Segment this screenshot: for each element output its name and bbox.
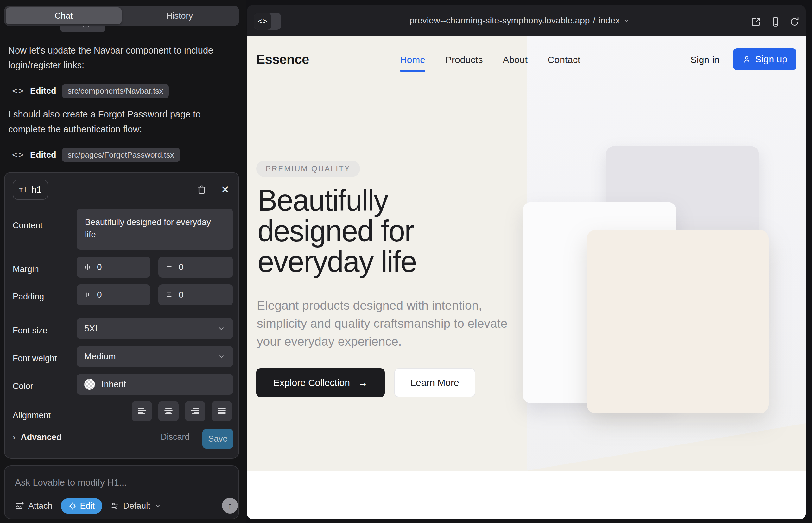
learn-more-button[interactable]: Learn More (394, 368, 475, 397)
nav-about[interactable]: About (502, 54, 527, 65)
color-select[interactable]: Inherit (77, 374, 233, 395)
tab-chat[interactable]: Chat (6, 7, 122, 24)
font-size-select[interactable]: 5XL (77, 318, 233, 339)
align-center-button[interactable] (158, 401, 179, 421)
close-editor-button[interactable]: ✕ (217, 181, 233, 198)
site-nav: Home Products About Contact (400, 54, 580, 65)
advanced-label: Advanced (21, 432, 61, 442)
file-pill[interactable]: src/components/Navbar.tsx (62, 84, 169, 98)
hero-heading[interactable]: Beautifully designed for everyday life (258, 185, 486, 277)
align-left-button[interactable] (132, 401, 152, 421)
cta-primary-label: Explore Collection (273, 377, 350, 388)
code-icon: <> (254, 13, 271, 30)
edit-label: Edit (80, 501, 95, 511)
delete-element-button[interactable] (194, 181, 210, 198)
margin-horizontal-icon (83, 263, 92, 272)
preview-page: index (599, 16, 620, 26)
align-left-icon (137, 406, 147, 417)
text-type-icon: тT (19, 185, 28, 194)
assistant-message: Now let's update the Navbar component to… (8, 43, 227, 73)
selected-element-outline[interactable]: Beautifully designed for everyday life (254, 184, 525, 281)
color-label: Color (13, 381, 33, 391)
hero-badge: PREMIUM QUALITY (256, 161, 360, 177)
padding-y-input[interactable]: 0 (158, 284, 233, 305)
content-input[interactable]: Beautifully designed for everyday life (77, 209, 233, 250)
save-button[interactable]: Save (202, 429, 233, 449)
color-value: Inherit (101, 379, 126, 390)
font-size-value: 5XL (84, 324, 100, 334)
margin-x-value: 0 (97, 262, 102, 272)
sign-up-button[interactable]: Sign up (733, 49, 796, 70)
site-section-below-hero (247, 471, 806, 519)
chevron-down-icon (217, 325, 226, 333)
hero-description: Elegant products designed with intention… (257, 296, 509, 350)
trash-icon (197, 184, 207, 195)
refresh-button[interactable] (789, 16, 800, 27)
font-size-label: Font size (13, 326, 48, 336)
chevron-down-icon (154, 502, 161, 509)
align-right-icon (190, 406, 200, 417)
external-link-icon (751, 16, 761, 27)
code-icon: <> (12, 86, 24, 96)
tab-history[interactable]: History (122, 7, 237, 24)
font-weight-value: Medium (84, 351, 116, 362)
font-weight-select[interactable]: Medium (77, 346, 233, 367)
decorative-card-cream (587, 230, 769, 413)
preview-toolbar: <> preview--charming-site-symphony.lovab… (247, 5, 806, 36)
model-mode-button[interactable]: Default (110, 501, 161, 511)
target-icon (68, 502, 77, 510)
padding-y-value: 0 (179, 290, 184, 300)
attach-label: Attach (28, 501, 53, 511)
code-view-toggle[interactable]: <> (254, 13, 281, 30)
margin-y-input[interactable]: 0 (158, 257, 233, 278)
align-center-icon (163, 406, 174, 417)
chat-history-tabs: Chat History (4, 6, 239, 26)
padding-vertical-icon (165, 290, 174, 299)
align-justify-button[interactable] (212, 401, 232, 421)
align-right-button[interactable] (185, 401, 205, 421)
mode-label: Default (123, 501, 151, 511)
chat-sidebar: Chat History Now let's update the Navbar… (0, 0, 246, 523)
padding-horizontal-icon (83, 290, 92, 299)
selected-element-tag[interactable]: тT h1 (13, 180, 48, 200)
assistant-message: I should also create a Forgot Password p… (8, 107, 227, 137)
content-label: Content (13, 221, 43, 231)
mobile-view-button[interactable] (770, 16, 781, 27)
file-pill[interactable]: src/pages/ForgotPassword.tsx (62, 148, 180, 162)
lovable-editor-window: Chat History Now let's update the Navbar… (0, 0, 812, 523)
nav-contact[interactable]: Contact (548, 54, 580, 65)
composer-toolbar: Attach Edit Default (15, 498, 161, 514)
font-weight-label: Font weight (13, 354, 57, 363)
site-logo[interactable]: Essence (256, 52, 309, 67)
alignment-label: Alignment (13, 411, 51, 420)
margin-y-value: 0 (179, 262, 184, 272)
advanced-toggle[interactable]: › Advanced (13, 432, 61, 442)
hero-visual-panel (527, 36, 806, 471)
chevron-down-icon (217, 353, 226, 361)
explore-collection-button[interactable]: Explore Collection → (256, 368, 385, 397)
sign-in-link[interactable]: Sign in (690, 54, 720, 65)
arrow-right-icon: → (358, 377, 368, 388)
refresh-icon (789, 16, 800, 27)
open-in-new-tab-button[interactable] (751, 16, 761, 27)
nav-home[interactable]: Home (400, 54, 425, 65)
transparency-swatch-icon (84, 379, 95, 390)
margin-label: Margin (13, 264, 39, 274)
truncated-file-chip[interactable] (60, 25, 105, 32)
padding-x-value: 0 (97, 290, 102, 300)
attach-button[interactable]: Attach (15, 501, 53, 511)
cta-secondary-label: Learn More (410, 377, 459, 388)
element-tag-label: h1 (31, 184, 41, 195)
margin-x-input[interactable]: 0 (77, 257, 151, 278)
url-separator: / (593, 16, 595, 26)
nav-products[interactable]: Products (445, 54, 483, 65)
edit-mode-button[interactable]: Edit (61, 498, 103, 514)
edited-label: Edited (30, 86, 56, 96)
url-bar[interactable]: preview--charming-site-symphony.lovable.… (409, 5, 630, 36)
send-button[interactable]: ↑ (222, 498, 238, 513)
discard-button[interactable]: Discard (161, 432, 190, 442)
preview-url: preview--charming-site-symphony.lovable.… (409, 16, 590, 26)
align-justify-icon (216, 406, 227, 417)
padding-x-input[interactable]: 0 (77, 284, 151, 305)
composer-input[interactable]: Ask Lovable to modify H1... (15, 477, 127, 488)
